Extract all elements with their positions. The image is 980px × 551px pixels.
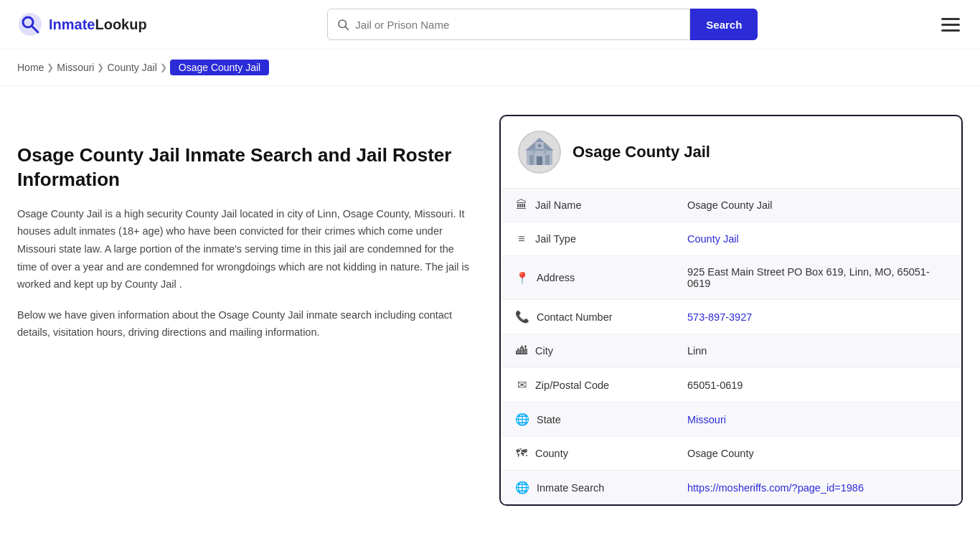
- breadcrumb-chevron-2: ❯: [97, 62, 104, 72]
- search-input[interactable]: [355, 19, 681, 31]
- info-card: Osage County Jail 🏛Jail NameOsage County…: [499, 115, 963, 506]
- right-column: Osage County Jail 🏛Jail NameOsage County…: [499, 115, 963, 506]
- table-label-cell: 🏛Jail Name: [501, 189, 673, 222]
- table-label-cell: 🏙City: [501, 334, 673, 368]
- left-column: Osage County Jail Inmate Search and Jail…: [17, 115, 476, 506]
- page-description-2: Below we have given information about th…: [17, 306, 476, 342]
- row-label: Jail Name: [535, 199, 581, 211]
- main-content: Osage County Jail Inmate Search and Jail…: [0, 86, 980, 534]
- table-row: 🏙CityLinn: [501, 334, 961, 368]
- table-value-cell[interactable]: https://mosheriffs.com/?page_id=1986: [673, 471, 961, 505]
- logo-text: InmateLookup: [49, 17, 147, 33]
- table-value-cell[interactable]: Missouri: [673, 402, 961, 437]
- table-value-cell: Osage County Jail: [673, 189, 961, 222]
- table-value-cell: 925 East Main Street PO Box 619, Linn, M…: [673, 256, 961, 300]
- row-icon: 🌐: [515, 481, 529, 494]
- card-jail-name: Osage County Jail: [573, 143, 710, 161]
- table-value-cell: Osage County: [673, 437, 961, 471]
- search-input-wrap: [327, 9, 690, 40]
- row-label: Address: [537, 272, 575, 283]
- svg-rect-8: [537, 156, 542, 165]
- table-label-cell: ✉Zip/Postal Code: [501, 368, 673, 402]
- breadcrumb-county-jail[interactable]: County Jail: [107, 62, 156, 73]
- table-row: 📞Contact Number573-897-3927: [501, 300, 961, 334]
- row-icon: 🗺: [515, 447, 528, 460]
- svg-rect-6: [529, 155, 534, 165]
- breadcrumb-home[interactable]: Home: [17, 62, 44, 73]
- info-table: 🏛Jail NameOsage County Jail≡Jail TypeCou…: [501, 189, 961, 504]
- jail-building-icon: [522, 135, 557, 169]
- row-icon: 📍: [515, 271, 529, 285]
- search-bar: Search: [327, 9, 758, 40]
- table-label-cell: 🌐Inmate Search: [501, 471, 673, 505]
- breadcrumb-chevron-1: ❯: [47, 62, 54, 72]
- table-label-cell: 📍Address: [501, 256, 673, 300]
- table-value-cell: 65051-0619: [673, 368, 961, 402]
- row-label: Jail Type: [535, 233, 576, 245]
- breadcrumb: Home ❯ Missouri ❯ County Jail ❯ Osage Co…: [0, 50, 980, 86]
- row-icon: 🏛: [515, 199, 528, 212]
- row-label: Zip/Postal Code: [535, 380, 609, 391]
- table-label-cell: 📞Contact Number: [501, 300, 673, 334]
- logo-icon: [17, 11, 43, 37]
- page-title: Osage County Jail Inmate Search and Jail…: [17, 143, 476, 192]
- row-label: County: [535, 448, 568, 459]
- row-label: Inmate Search: [537, 482, 604, 494]
- table-value-link[interactable]: 573-897-3927: [687, 311, 752, 323]
- table-row: 📍Address925 East Main Street PO Box 619,…: [501, 256, 961, 300]
- table-row: 🏛Jail NameOsage County Jail: [501, 189, 961, 222]
- table-value-link[interactable]: Missouri: [687, 414, 726, 425]
- header: InmateLookup Search: [0, 0, 980, 50]
- table-value-link[interactable]: County Jail: [687, 233, 739, 245]
- table-value-cell[interactable]: County Jail: [673, 222, 961, 256]
- row-label: State: [537, 414, 561, 425]
- table-row: 🗺CountyOsage County: [501, 437, 961, 471]
- table-value-link[interactable]: https://mosheriffs.com/?page_id=1986: [687, 482, 864, 494]
- table-row: ≡Jail TypeCounty Jail: [501, 222, 961, 256]
- svg-point-11: [538, 144, 541, 147]
- row-icon: 🏙: [515, 344, 528, 357]
- logo[interactable]: InmateLookup: [17, 11, 147, 37]
- table-row: 🌐Inmate Searchhttps://mosheriffs.com/?pa…: [501, 471, 961, 505]
- card-header: Osage County Jail: [501, 116, 961, 189]
- svg-rect-12: [532, 149, 535, 154]
- table-value-cell[interactable]: 573-897-3927: [673, 300, 961, 334]
- breadcrumb-missouri[interactable]: Missouri: [57, 62, 94, 73]
- svg-line-4: [346, 27, 349, 29]
- table-row: ✉Zip/Postal Code65051-0619: [501, 368, 961, 402]
- breadcrumb-chevron-3: ❯: [160, 62, 167, 72]
- row-icon: 🌐: [515, 413, 529, 426]
- table-label-cell: ≡Jail Type: [501, 222, 673, 256]
- jail-avatar: [518, 131, 561, 174]
- menu-button[interactable]: [938, 15, 963, 34]
- search-icon: [336, 18, 349, 31]
- row-icon: ≡: [515, 232, 528, 245]
- breadcrumb-active: Osage County Jail: [170, 60, 269, 75]
- search-button[interactable]: Search: [690, 9, 758, 40]
- table-value-cell: Linn: [673, 334, 961, 368]
- row-icon: 📞: [515, 310, 529, 324]
- table-label-cell: 🗺County: [501, 437, 673, 471]
- svg-rect-7: [545, 155, 550, 165]
- row-icon: ✉: [515, 378, 528, 392]
- table-label-cell: 🌐State: [501, 402, 673, 437]
- row-label: Contact Number: [537, 311, 613, 323]
- svg-rect-13: [544, 149, 547, 154]
- table-row: 🌐StateMissouri: [501, 402, 961, 437]
- page-description-1: Osage County Jail is a high security Cou…: [17, 205, 476, 293]
- row-label: City: [535, 345, 553, 357]
